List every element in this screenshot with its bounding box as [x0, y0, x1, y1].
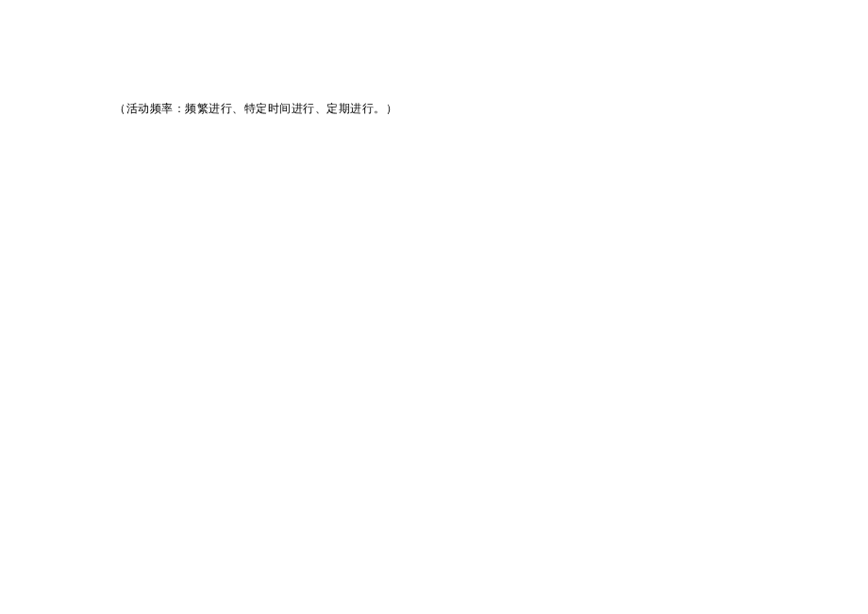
body-text-line: （活动频率：频繁进行、特定时间进行、定期进行。） [114, 101, 397, 117]
document-page: （活动频率：频繁进行、特定时间进行、定期进行。） [0, 0, 868, 614]
